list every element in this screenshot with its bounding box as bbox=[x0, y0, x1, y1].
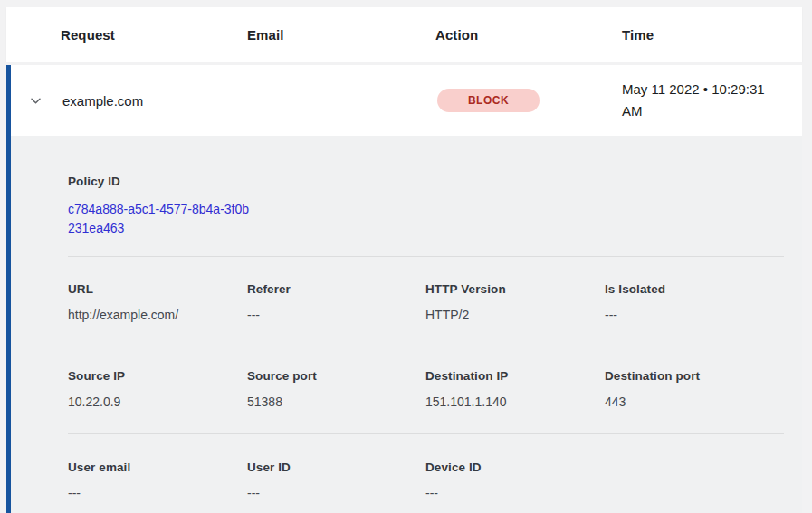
column-header-time: Time bbox=[622, 27, 802, 43]
field-label: URL bbox=[68, 282, 247, 296]
field-label: HTTP Version bbox=[425, 282, 605, 296]
field-label-policy-id: Policy ID bbox=[68, 175, 784, 188]
column-header-request: Request bbox=[61, 27, 247, 43]
table-row[interactable]: example.com BLOCK May 11 2022 • 10:29:31… bbox=[11, 65, 802, 136]
field-value: 51388 bbox=[247, 394, 425, 409]
chevron-down-icon bbox=[29, 94, 43, 108]
policy-id-section: Policy ID c784a888-a5c1-4577-8b4a-3f0b23… bbox=[68, 175, 784, 257]
detail-grid-row-3: User email --- User ID --- Device ID --- bbox=[68, 461, 784, 500]
column-header-email: Email bbox=[247, 27, 435, 43]
field-value: http://example.com/ bbox=[68, 308, 247, 322]
row-action: BLOCK bbox=[435, 89, 622, 112]
detail-field-device-id: Device ID --- bbox=[425, 461, 605, 500]
column-header-action: Action bbox=[435, 27, 622, 43]
policy-id-link[interactable]: c784a888-a5c1-4577-8b4a-3f0b231ea463 bbox=[68, 200, 253, 238]
field-value: --- bbox=[605, 308, 784, 322]
field-label: User email bbox=[68, 461, 247, 474]
field-label: Source port bbox=[247, 369, 425, 383]
detail-field-source-port: Source port 51388 bbox=[247, 369, 425, 409]
page: Request Email Action Time example.com BL bbox=[0, 0, 812, 513]
field-label: Source IP bbox=[68, 369, 247, 383]
field-label: Referer bbox=[247, 282, 425, 296]
detail-field-url: URL http://example.com/ bbox=[68, 282, 247, 322]
detail-grid-row-1: URL http://example.com/ Referer --- HTTP… bbox=[68, 282, 784, 322]
field-value: --- bbox=[247, 308, 425, 322]
detail-field-is-isolated: Is Isolated --- bbox=[605, 282, 784, 322]
detail-field-http-version: HTTP Version HTTP/2 bbox=[425, 282, 605, 322]
field-value: 10.22.0.9 bbox=[68, 394, 247, 409]
field-value: 151.101.1.140 bbox=[425, 394, 605, 409]
field-value: --- bbox=[425, 486, 605, 500]
block-status-badge: BLOCK bbox=[437, 89, 540, 112]
field-value: --- bbox=[247, 486, 425, 500]
field-value: HTTP/2 bbox=[425, 308, 605, 322]
requests-table: Request Email Action Time example.com BL bbox=[6, 7, 802, 513]
detail-grid-row-2: Source IP 10.22.0.9 Source port 51388 De… bbox=[68, 369, 784, 434]
row-details-panel: Policy ID c784a888-a5c1-4577-8b4a-3f0b23… bbox=[11, 136, 802, 513]
field-value: 443 bbox=[605, 394, 784, 409]
field-label: Is Isolated bbox=[605, 282, 784, 296]
detail-field-destination-port: Destination port 443 bbox=[605, 369, 784, 409]
detail-field-user-id: User ID --- bbox=[247, 461, 425, 500]
field-label: Device ID bbox=[425, 461, 605, 474]
detail-field-destination-ip: Destination IP 151.101.1.140 bbox=[425, 369, 605, 409]
table-header: Request Email Action Time bbox=[6, 7, 802, 62]
detail-field-user-email: User email --- bbox=[68, 461, 247, 500]
field-label: Destination port bbox=[605, 369, 784, 383]
detail-field-empty bbox=[605, 461, 784, 500]
detail-field-referer: Referer --- bbox=[247, 282, 425, 322]
field-value: --- bbox=[68, 486, 247, 500]
field-label: User ID bbox=[247, 461, 425, 474]
collapse-row-button[interactable] bbox=[29, 90, 51, 111]
field-label: Destination IP bbox=[425, 369, 605, 383]
expanded-row-group: example.com BLOCK May 11 2022 • 10:29:31… bbox=[6, 65, 802, 513]
row-timestamp: May 11 2022 • 10:29:31 AM bbox=[622, 79, 780, 122]
detail-field-source-ip: Source IP 10.22.0.9 bbox=[68, 369, 247, 409]
row-request-domain: example.com bbox=[62, 93, 247, 109]
